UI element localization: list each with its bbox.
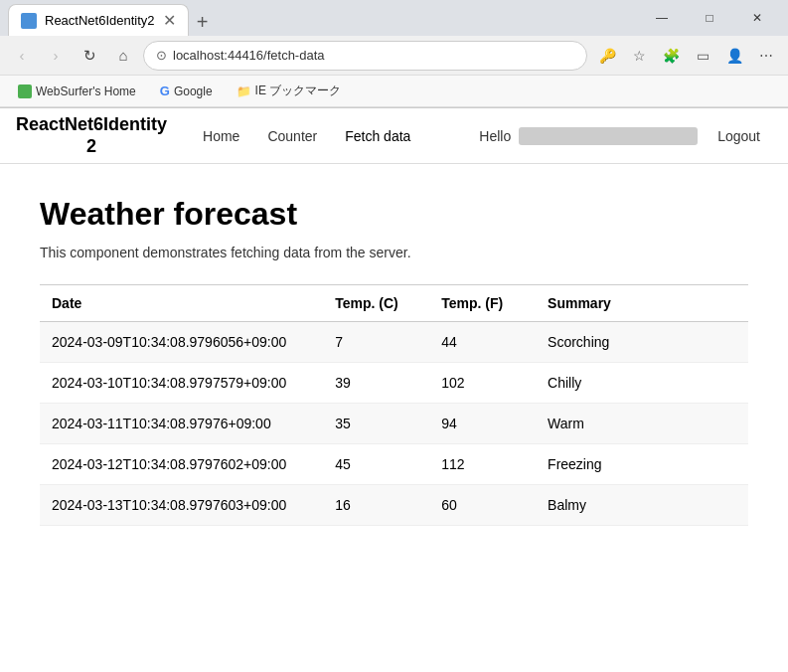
cell-tempc: 39 (323, 363, 429, 404)
bookmark-websurfers-home[interactable]: WebSurfer's Home (12, 83, 142, 100)
cell-tempf: 102 (429, 363, 536, 404)
bookmark-ie-folder[interactable]: 📁 IE ブックマーク (231, 81, 348, 101)
nav-user-bar (519, 127, 698, 145)
cell-summary: Freezing (536, 444, 748, 485)
active-tab[interactable]: ReactNet6Identity2 ✕ (8, 4, 189, 36)
col-header-summary: Summary (536, 285, 748, 322)
cell-tempf: 94 (429, 404, 536, 444)
cell-tempf: 60 (429, 485, 536, 526)
cell-date: 2024-03-09T10:34:08.9796056+09:00 (40, 322, 323, 363)
col-header-tempf: Temp. (F) (429, 285, 536, 322)
cell-summary: Balmy (536, 485, 748, 526)
tab-bar: ReactNet6Identity2 ✕ + (8, 0, 324, 36)
table-row: 2024-03-11T10:34:08.97976+09:003594Warm (40, 404, 748, 444)
cell-summary: Scorching (536, 322, 748, 363)
cell-date: 2024-03-11T10:34:08.97976+09:00 (40, 404, 323, 444)
close-button[interactable]: ✕ (734, 0, 780, 36)
app-container: ReactNet6Identity 2 Home Counter Fetch d… (0, 108, 788, 586)
nav-link-fetch-data[interactable]: Fetch data (333, 120, 422, 152)
table-row: 2024-03-13T10:34:08.9797603+09:001660Bal… (40, 485, 748, 526)
bookmark-label: Google (174, 84, 213, 98)
tab-title-text: ReactNet6Identity2 (45, 13, 155, 28)
profile-icon[interactable]: 👤 (720, 42, 748, 70)
password-icon[interactable]: 🔑 (593, 42, 621, 70)
refresh-button[interactable]: ↻ (76, 42, 103, 70)
nav-link-home[interactable]: Home (191, 120, 251, 152)
address-actions: 🔑 ☆ 🧩 ▭ 👤 ⋯ (593, 42, 780, 70)
forward-button[interactable]: › (42, 42, 70, 70)
table-header-row: Date Temp. (C) Temp. (F) Summary (40, 285, 748, 322)
table-row: 2024-03-10T10:34:08.9797579+09:0039102Ch… (40, 363, 748, 404)
cell-tempc: 45 (323, 444, 429, 485)
favorites-icon[interactable]: ☆ (625, 42, 653, 70)
window-controls: — □ ✕ (639, 0, 780, 36)
home-button[interactable]: ⌂ (109, 42, 137, 70)
table-row: 2024-03-12T10:34:08.9797602+09:0045112Fr… (40, 444, 748, 485)
weather-table: Date Temp. (C) Temp. (F) Summary 2024-03… (40, 284, 748, 526)
nav-right: Hello Logout (479, 122, 772, 150)
back-button[interactable]: ‹ (8, 42, 36, 70)
address-input-wrapper[interactable]: ⊙ localhost:44416/fetch-data (143, 41, 587, 71)
new-tab-button[interactable]: + (189, 8, 217, 36)
title-bar: ReactNet6Identity2 ✕ + — □ ✕ (0, 0, 788, 36)
maximize-button[interactable]: □ (687, 0, 732, 36)
google-icon: G (160, 84, 170, 98)
cell-tempc: 16 (323, 485, 429, 526)
tab-favicon (21, 13, 37, 29)
cell-summary: Chilly (536, 363, 748, 404)
minimize-button[interactable]: — (639, 0, 685, 36)
tab-close-button[interactable]: ✕ (163, 13, 176, 29)
cell-tempf: 112 (429, 444, 536, 485)
url-text: localhost:44416/fetch-data (173, 48, 574, 63)
websurfers-favicon (18, 84, 32, 98)
extensions-icon[interactable]: 🧩 (657, 42, 685, 70)
bookmarks-bar: WebSurfer's Home G Google 📁 IE ブックマーク (0, 76, 788, 107)
table-row: 2024-03-09T10:34:08.9796056+09:00744Scor… (40, 322, 748, 363)
cell-tempc: 7 (323, 322, 429, 363)
bookmark-label: IE ブックマーク (255, 83, 342, 99)
page-title: Weather forecast (40, 196, 748, 233)
nav-link-counter[interactable]: Counter (255, 120, 329, 152)
app-navbar: ReactNet6Identity 2 Home Counter Fetch d… (0, 108, 788, 164)
security-icon: ⊙ (156, 48, 167, 63)
browser-chrome: ReactNet6Identity2 ✕ + — □ ✕ ‹ › ↻ ⌂ ⊙ l… (0, 0, 788, 108)
cell-date: 2024-03-13T10:34:08.9797603+09:00 (40, 485, 323, 526)
app-brand: ReactNet6Identity 2 (16, 114, 167, 157)
col-header-tempc: Temp. (C) (323, 285, 429, 322)
logout-button[interactable]: Logout (706, 122, 772, 150)
browser-sidebar-button[interactable]: ▭ (689, 42, 716, 70)
nav-hello-text: Hello (479, 128, 511, 144)
col-header-date: Date (40, 285, 323, 322)
address-bar: ‹ › ↻ ⌂ ⊙ localhost:44416/fetch-data 🔑 ☆… (0, 36, 788, 76)
cell-tempc: 35 (323, 404, 429, 444)
settings-menu-button[interactable]: ⋯ (752, 42, 780, 70)
cell-date: 2024-03-10T10:34:08.9797579+09:00 (40, 363, 323, 404)
page-subtitle: This component demonstrates fetching dat… (40, 245, 748, 260)
main-content: Weather forecast This component demonstr… (0, 164, 788, 558)
cell-date: 2024-03-12T10:34:08.9797602+09:00 (40, 444, 323, 485)
bookmark-google[interactable]: G Google (154, 82, 219, 100)
nav-links: Home Counter Fetch data (191, 120, 479, 152)
cell-summary: Warm (536, 404, 748, 444)
bookmark-label: WebSurfer's Home (36, 84, 136, 98)
folder-icon: 📁 (236, 84, 251, 98)
cell-tempf: 44 (429, 322, 536, 363)
